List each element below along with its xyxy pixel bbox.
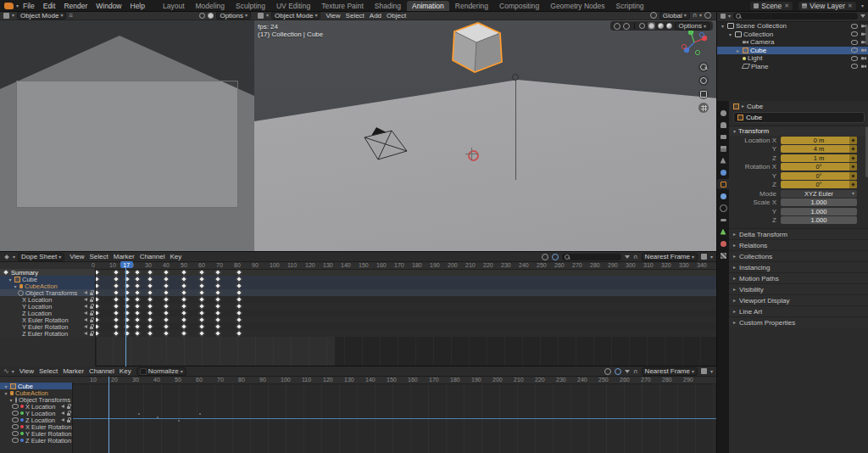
close-icon[interactable]: ✕: [784, 3, 789, 9]
mute-icon[interactable]: [61, 418, 64, 422]
playhead[interactable]: [125, 261, 126, 366]
expand-icon[interactable]: ▾: [8, 397, 14, 403]
props-tab-world[interactable]: [717, 167, 729, 177]
workspace-tab-shading[interactable]: Shading: [370, 1, 406, 11]
keyframe[interactable]: [164, 317, 169, 322]
perspective-toggle[interactable]: [698, 103, 709, 113]
workspace-tab-modeling[interactable]: Modeling: [191, 1, 231, 11]
props-tab-object[interactable]: [717, 179, 729, 189]
keyframe-indicator[interactable]: [849, 145, 857, 153]
transform-field-0[interactable]: 0 m: [781, 137, 857, 144]
outliner-item-light[interactable]: Light: [717, 54, 868, 63]
channel-summary[interactable]: Summary: [0, 269, 95, 276]
lock-icon[interactable]: [90, 327, 93, 329]
keyframe[interactable]: [181, 290, 186, 295]
expand-icon[interactable]: ▸: [735, 48, 741, 53]
keyframe[interactable]: [199, 317, 204, 322]
lock-icon[interactable]: [67, 420, 70, 422]
breadcrumb-object[interactable]: Cube: [747, 103, 763, 110]
keyframe[interactable]: [136, 297, 141, 302]
props-tab-output[interactable]: [717, 131, 729, 142]
outliner-item-camera[interactable]: Camera: [717, 38, 868, 47]
hide-in-viewport-icon[interactable]: [851, 56, 858, 61]
dope-sheet-menu-select[interactable]: Select: [87, 253, 111, 260]
keyframe[interactable]: [147, 277, 153, 282]
outliner-item-collection[interactable]: ▾Collection: [717, 31, 868, 39]
workspace-tab-texture-paint[interactable]: Texture Paint: [316, 1, 369, 11]
mode-dropdown[interactable]: Object Mode ▾: [271, 11, 320, 20]
keyframe[interactable]: [114, 304, 119, 309]
menu-edit[interactable]: Edit: [39, 2, 60, 10]
keyframe[interactable]: [181, 317, 186, 322]
blender-logo-icon[interactable]: [4, 3, 14, 9]
dope-sheet-mode-dropdown[interactable]: Dope Sheet ▾: [18, 253, 64, 261]
keyframe[interactable]: [236, 317, 242, 322]
transform-field-4[interactable]: 0°: [781, 172, 857, 180]
keyframe[interactable]: [199, 270, 204, 275]
scene-selector[interactable]: Scene ✕: [749, 1, 793, 11]
object-name-field[interactable]: Cube: [733, 112, 865, 123]
keyframe[interactable]: [114, 290, 119, 295]
outliner-item-cube[interactable]: ▸Cube: [717, 47, 868, 55]
lock-icon[interactable]: [90, 293, 93, 295]
options-dropdown[interactable]: Options ▾: [216, 11, 251, 20]
keyframe[interactable]: [164, 310, 169, 316]
mute-icon[interactable]: [72, 398, 73, 401]
disable-in-renders-icon[interactable]: [861, 48, 866, 52]
expand-icon[interactable]: ▾: [13, 283, 18, 289]
props-tab-texture[interactable]: [717, 250, 729, 260]
show-hidden-icon[interactable]: [552, 254, 559, 260]
keyframe[interactable]: [136, 270, 141, 275]
camera-view-toggle[interactable]: [698, 89, 709, 99]
hide-in-viewport-icon[interactable]: [851, 31, 858, 36]
keyframe-indicator[interactable]: [849, 172, 857, 180]
channel-z-euler-rotation[interactable]: Z Euler Rotation: [0, 437, 72, 444]
mute-icon[interactable]: [84, 305, 87, 308]
visibility-icon[interactable]: [12, 417, 19, 422]
keyframe[interactable]: [236, 324, 242, 329]
visibility-icon[interactable]: [12, 424, 19, 429]
solid-shading-icon[interactable]: [648, 23, 654, 29]
show-hidden-icon[interactable]: [615, 368, 621, 375]
props-section-relations[interactable]: ▸Relations: [729, 239, 868, 250]
curve-keyframe-dot[interactable]: [138, 413, 140, 415]
keyframe[interactable]: [236, 331, 242, 336]
keyframe[interactable]: [181, 270, 186, 275]
dope-sheet-ruler[interactable]: 0102030405060708090100110120130140150160…: [0, 261, 716, 270]
keyframe[interactable]: [215, 331, 220, 336]
props-tab-material[interactable]: [717, 238, 729, 249]
material-preview-icon[interactable]: [658, 23, 664, 29]
keyframe[interactable]: [136, 290, 141, 295]
lock-icon[interactable]: [67, 413, 70, 416]
props-section-delta-transform[interactable]: ▸Delta Transform: [729, 228, 868, 239]
keyframe[interactable]: [199, 304, 204, 309]
props-tab-tool[interactable]: [717, 108, 729, 118]
keyframe[interactable]: [147, 304, 153, 309]
viewport-menu-object[interactable]: Object: [384, 12, 409, 20]
keyframe[interactable]: [114, 297, 119, 302]
keyframe[interactable]: [236, 277, 242, 282]
hide-in-viewport-icon[interactable]: [851, 48, 858, 53]
keyframe[interactable]: [199, 310, 204, 316]
editor-type-icon[interactable]: ∿: [3, 367, 9, 375]
menu-help[interactable]: Help: [126, 2, 149, 10]
keyframe-indicator[interactable]: [849, 181, 857, 188]
view-layer-selector[interactable]: View Layer ✕: [798, 1, 857, 11]
editor-type-icon[interactable]: [721, 14, 726, 19]
hamburger-icon[interactable]: ≡: [69, 12, 73, 20]
keyframe[interactable]: [114, 317, 119, 322]
keyframe[interactable]: [147, 324, 153, 329]
props-tab-view-layer[interactable]: [717, 143, 729, 154]
mute-icon[interactable]: [84, 311, 87, 315]
chevron-down-icon[interactable]: ▾: [861, 3, 864, 8]
keyframe[interactable]: [114, 270, 119, 275]
filter-icon[interactable]: [625, 370, 630, 373]
keyframe[interactable]: [114, 310, 119, 316]
keyframe[interactable]: [215, 310, 220, 316]
keyframe[interactable]: [215, 277, 220, 282]
keyframe[interactable]: [164, 324, 169, 329]
lock-icon[interactable]: [90, 306, 93, 309]
hide-in-viewport-icon[interactable]: [851, 24, 858, 29]
expand-icon[interactable]: ▾: [3, 390, 8, 396]
rendered-shading-icon[interactable]: [666, 23, 672, 29]
